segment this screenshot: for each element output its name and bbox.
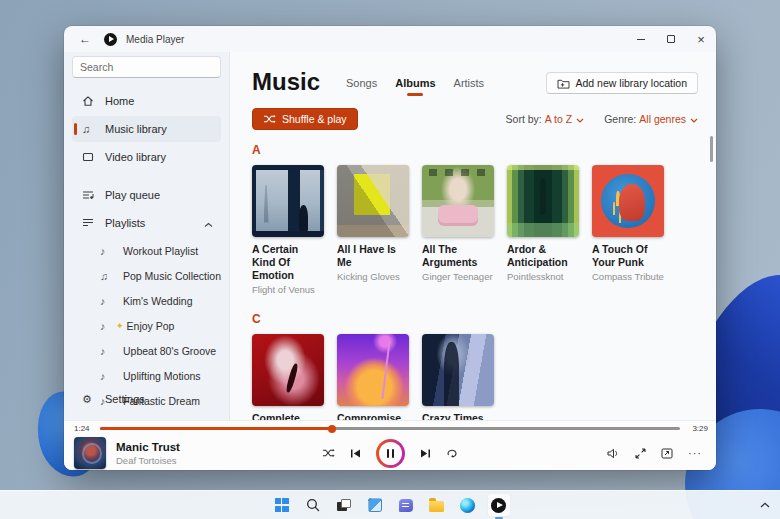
- genre-dropdown[interactable]: Genre:All genres: [604, 113, 698, 125]
- play-queue-icon: [82, 189, 98, 201]
- music-note-icon: ♪: [100, 370, 116, 382]
- widgets-icon: [368, 498, 382, 512]
- album-card[interactable]: A Certain Kind Of Emotion Flight of Venu…: [252, 165, 324, 296]
- playlist-item-kims-wedding[interactable]: ♪ Kim's Wedding: [72, 288, 221, 313]
- scrollbar[interactable]: [710, 136, 713, 162]
- tab-albums[interactable]: Albums: [395, 77, 435, 96]
- repeat-button[interactable]: [446, 448, 458, 459]
- album-cover[interactable]: [252, 165, 324, 237]
- sidebar-item-home[interactable]: Home: [72, 88, 221, 114]
- previous-icon: [350, 448, 361, 459]
- playlist-item-enjoy-pop[interactable]: ♪ ✦ Enjoy Pop: [72, 313, 221, 338]
- genre-value: All genres: [639, 113, 686, 125]
- album-card[interactable]: All I Have Is Me Kicking Gloves: [337, 165, 409, 296]
- sidebar-item-play-queue[interactable]: Play queue: [72, 182, 221, 208]
- add-library-location-button[interactable]: Add new library location: [546, 72, 698, 94]
- album-cover[interactable]: [592, 165, 664, 237]
- album-card[interactable]: Complete Strangers Corbin Revival: [252, 334, 324, 420]
- edge-icon: [460, 498, 475, 513]
- seek-bar-fill: [100, 427, 332, 430]
- taskbar-start-button[interactable]: [270, 493, 294, 517]
- page-title: Music: [252, 68, 320, 96]
- search-box[interactable]: [72, 56, 221, 78]
- chevron-up-icon[interactable]: [204, 214, 213, 232]
- sidebar-item-settings[interactable]: ⚙ Settings: [72, 386, 221, 412]
- taskbar-edge-button[interactable]: [456, 493, 480, 517]
- task-view-icon: [337, 499, 351, 511]
- tab-artists[interactable]: Artists: [454, 77, 485, 96]
- album-cover[interactable]: [252, 334, 324, 406]
- album-card[interactable]: Crazy Times Saving Gabrielle: [422, 334, 494, 420]
- chevron-down-icon: [690, 113, 698, 125]
- playlist-item-workout-playlist[interactable]: ♪ Workout Playlist: [72, 238, 221, 263]
- minimize-button[interactable]: [626, 26, 656, 52]
- shuffle-and-play-button[interactable]: Shuffle & play: [252, 108, 358, 130]
- sidebar-item-label: Home: [105, 95, 134, 107]
- album-card[interactable]: Compromise Moves Fast Pete Brown: [337, 334, 409, 420]
- album-row: Complete Strangers Corbin Revival Compro…: [252, 334, 698, 420]
- close-button[interactable]: ×: [686, 26, 716, 52]
- album-cover[interactable]: [337, 334, 409, 406]
- sidebar-item-video-library[interactable]: Video library: [72, 144, 221, 170]
- album-cover[interactable]: [422, 334, 494, 406]
- next-button[interactable]: [420, 448, 431, 459]
- volume-button[interactable]: [607, 448, 620, 459]
- file-explorer-icon: [429, 501, 444, 512]
- music-note-icon: ♪: [100, 295, 116, 307]
- genre-label: Genre:: [604, 113, 636, 125]
- sort-by-dropdown[interactable]: Sort by:A to Z: [506, 113, 585, 125]
- taskbar-file-explorer-button[interactable]: [425, 493, 449, 517]
- album-card[interactable]: All The Arguments Ginger Teenager: [422, 165, 494, 296]
- album-title: A Certain Kind Of Emotion: [252, 243, 324, 282]
- playlist-item-uplifting-motions[interactable]: ♪ Uplifting Motions: [72, 363, 221, 388]
- playlist-item-upbeat-80s-groove[interactable]: ♪ Upbeat 80's Groove: [72, 338, 221, 363]
- mini-player-icon: [661, 448, 673, 459]
- fullscreen-button[interactable]: [635, 448, 646, 459]
- seek-bar[interactable]: [100, 427, 680, 430]
- taskbar-widgets-button[interactable]: [363, 493, 387, 517]
- seek-thumb[interactable]: [328, 425, 336, 433]
- playlist-label: Kim's Wedding: [123, 295, 193, 307]
- taskbar-search-button[interactable]: [301, 493, 325, 517]
- album-cover[interactable]: [422, 165, 494, 237]
- album-cover[interactable]: [507, 165, 579, 237]
- maximize-button[interactable]: [656, 26, 686, 52]
- taskbar-chat-button[interactable]: [394, 493, 418, 517]
- sort-by-value: A to Z: [545, 113, 572, 125]
- shuffle-button[interactable]: [322, 448, 335, 458]
- fullscreen-icon: [635, 448, 646, 459]
- chevron-down-icon: [576, 113, 584, 125]
- sidebar-item-playlists[interactable]: Playlists: [72, 210, 221, 236]
- tab-songs[interactable]: Songs: [346, 77, 377, 96]
- album-card[interactable]: A Touch Of Your Punk Compass Tribute: [592, 165, 664, 296]
- desktop: ← Media Player ×: [0, 0, 780, 519]
- shuffle-and-play-label: Shuffle & play: [282, 113, 347, 125]
- more-options-button[interactable]: ···: [688, 447, 702, 459]
- shuffle-icon: [263, 114, 276, 124]
- music-note-icon: ♫: [82, 123, 98, 135]
- now-playing-title: Manic Trust: [116, 441, 180, 453]
- previous-button[interactable]: [350, 448, 361, 459]
- windows-start-icon: [275, 498, 289, 512]
- playlist-label: Pop Music Collection: [123, 270, 221, 282]
- now-playing-art[interactable]: [74, 437, 106, 469]
- pause-icon: [379, 442, 402, 465]
- album-cover[interactable]: [337, 165, 409, 237]
- search-input[interactable]: [80, 61, 215, 73]
- sidebar-item-label: Play queue: [105, 189, 160, 201]
- taskbar-show-hidden-icons-button[interactable]: [760, 490, 770, 519]
- album-title: A Touch Of Your Punk: [592, 243, 664, 269]
- pause-button[interactable]: [376, 439, 405, 468]
- music-note-icon: ♫: [100, 270, 116, 282]
- taskbar-media-player-button[interactable]: [487, 493, 511, 517]
- tabs: Songs Albums Artists: [346, 77, 484, 96]
- shuffle-icon: [322, 448, 335, 458]
- back-button[interactable]: ←: [76, 30, 94, 48]
- taskbar-task-view-button[interactable]: [332, 493, 356, 517]
- playlist-item-pop-music-collection[interactable]: ♫ Pop Music Collection: [72, 263, 221, 288]
- sidebar-item-label: Playlists: [105, 217, 145, 229]
- album-card[interactable]: Ardor & Anticipation Pointlessknot: [507, 165, 579, 296]
- video-icon: [82, 151, 98, 163]
- sidebar-item-music-library[interactable]: ♫ Music library: [72, 116, 221, 142]
- mini-player-button[interactable]: [661, 448, 673, 459]
